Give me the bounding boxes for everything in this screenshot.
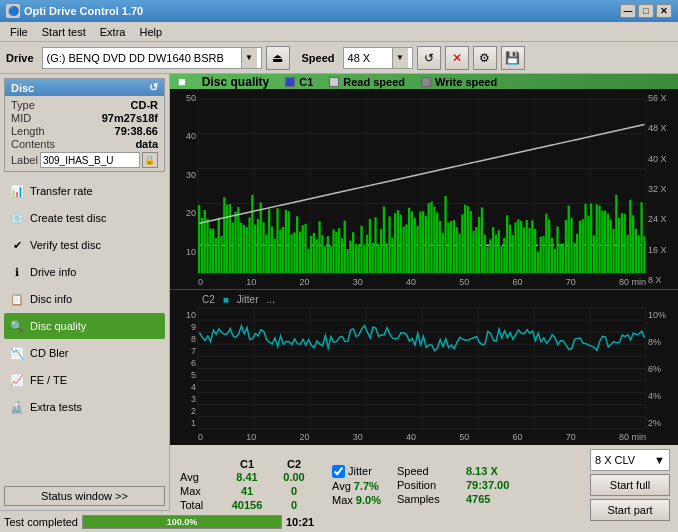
status-time: 10:21	[286, 516, 314, 528]
jitter-max-row: Max 9.0%	[332, 494, 381, 506]
progress-text: 100.0%	[167, 517, 198, 527]
nav-extra-tests-label: Extra tests	[30, 401, 82, 413]
app-icon: 🔵	[6, 4, 20, 18]
speed-label: Speed	[302, 52, 335, 64]
nav-fe-te-label: FE / TE	[30, 374, 67, 386]
options-button[interactable]: ⚙	[473, 46, 497, 70]
eject-button[interactable]: ⏏	[266, 46, 290, 70]
nav-create-test-disc[interactable]: 💿 Create test disc	[4, 205, 165, 231]
nav-extra-tests[interactable]: 🔬 Extra tests	[4, 394, 165, 420]
c2-dots: ...	[267, 294, 275, 305]
disc-quality-icon: 🔍	[10, 319, 24, 333]
menu-bar: File Start test Extra Help	[0, 22, 678, 42]
jitter-checkbox[interactable]	[332, 465, 345, 478]
app-title: Opti Drive Control 1.70	[24, 5, 143, 17]
position-stat-label: Position	[397, 479, 462, 491]
speed-clv-dropdown[interactable]: 8 X CLV ▼	[590, 449, 670, 471]
c1-y-axis-right: 56 X48 X40 X32 X24 X16 X8 X	[646, 89, 678, 289]
nav-disc-quality[interactable]: 🔍 Disc quality	[4, 313, 165, 339]
action-section: 8 X CLV ▼ Start full Start part	[590, 449, 670, 521]
start-full-button[interactable]: Start full	[590, 474, 670, 496]
jitter-avg-value: 7.7%	[354, 480, 379, 492]
read-speed-legend: Read speed	[329, 76, 405, 88]
nav-cd-bler[interactable]: 📉 CD Bler	[4, 340, 165, 366]
disc-title: Disc	[11, 82, 34, 94]
start-part-button[interactable]: Start part	[590, 499, 670, 521]
minimize-button[interactable]: —	[620, 4, 636, 18]
transfer-rate-icon: 📊	[10, 184, 24, 198]
progress-bar-fill: 100.0%	[83, 516, 281, 528]
nav-fe-te[interactable]: 📈 FE / TE	[4, 367, 165, 393]
save-button[interactable]: 💾	[501, 46, 525, 70]
menu-help[interactable]: Help	[133, 24, 168, 40]
c2-x-axis: 01020304050607080 min	[198, 432, 646, 442]
c2-square: ■	[223, 294, 229, 305]
col-header-c2: C2	[272, 458, 316, 470]
c1-x-axis: 01020304050607080 min	[198, 277, 646, 287]
disc-info: Type CD-R MID 97m27s18f Length 79:38.66 …	[5, 96, 164, 171]
maximize-button[interactable]: □	[638, 4, 654, 18]
chart-title: ■	[178, 74, 186, 89]
stats-area: C1 C2 Avg 8.41 0.00 Max 41 0 Total 40156…	[170, 444, 678, 525]
drive-value: (G:) BENQ DVD DD DW1640 BSRB	[47, 52, 224, 64]
c2-label: C2	[202, 294, 215, 305]
mid-value: 97m27s18f	[102, 112, 158, 124]
type-value: CD-R	[131, 99, 159, 111]
avg-c1: 8.41	[222, 470, 272, 484]
nav-disc-info[interactable]: 📋 Disc info	[4, 286, 165, 312]
nav-transfer-rate-label: Transfer rate	[30, 185, 93, 197]
nav-verify-test-disc[interactable]: ✔ Verify test disc	[4, 232, 165, 258]
speed-stat-label: Speed	[397, 465, 462, 477]
c1-legend-label: C1	[299, 76, 313, 88]
c1-legend: C1	[285, 76, 313, 88]
toolbar: Drive (G:) BENQ DVD DD DW1640 BSRB ▼ ⏏ S…	[0, 42, 678, 74]
c1-y-axis: 5040302010	[170, 89, 198, 289]
write-speed-legend-dot	[421, 77, 431, 87]
nav-transfer-rate[interactable]: 📊 Transfer rate	[4, 178, 165, 204]
jitter-label-text: Jitter	[348, 465, 372, 477]
nav-cd-bler-label: CD Bler	[30, 347, 69, 359]
nav-disc-quality-label: Disc quality	[30, 320, 86, 332]
nav-drive-info[interactable]: ℹ Drive info	[4, 259, 165, 285]
status-text: Test completed	[4, 516, 78, 528]
speed-position-table: Speed 8.13 X Position 79:37.00 Samples 4…	[397, 465, 536, 505]
speed-stat-value: 8.13 X	[466, 465, 536, 477]
drive-dropdown-arrow: ▼	[241, 48, 257, 68]
jitter-max-value: 9.0%	[356, 494, 381, 506]
col-header-empty	[178, 458, 222, 470]
menu-extra[interactable]: Extra	[94, 24, 132, 40]
menu-file[interactable]: File	[4, 24, 34, 40]
c2-y-axis: 10987654321	[170, 290, 198, 444]
status-window-button[interactable]: Status window >>	[4, 486, 165, 506]
disc-refresh-icon[interactable]: ↺	[149, 81, 158, 94]
clear-button[interactable]: ✕	[445, 46, 469, 70]
total-label: Total	[178, 498, 222, 512]
write-speed-legend: Write speed	[421, 76, 497, 88]
stats-table: C1 C2 Avg 8.41 0.00 Max 41 0 Total 40156…	[178, 458, 316, 512]
cd-bler-icon: 📉	[10, 346, 24, 360]
avg-c2: 0.00	[272, 470, 316, 484]
disc-panel: Disc ↺ Type CD-R MID 97m27s18f Length 79…	[4, 78, 165, 172]
c1-chart: 5040302010 56 X48 X40 X32 X24 X16 X8 X 0…	[170, 89, 678, 289]
chart-header: ■ Disc quality C1 Read speed Write speed	[170, 74, 678, 89]
c2-y-axis-right: 10%8%6%4%2%	[646, 290, 678, 444]
speed-selector[interactable]: 48 X ▼	[343, 47, 413, 69]
speed-dropdown-arrow: ▼	[392, 48, 408, 68]
refresh-button[interactable]: ↺	[417, 46, 441, 70]
menu-start-test[interactable]: Start test	[36, 24, 92, 40]
title-bar: 🔵 Opti Drive Control 1.70 — □ ✕	[0, 0, 678, 22]
contents-label: Contents	[11, 138, 55, 150]
length-value: 79:38.66	[115, 125, 158, 137]
disc-info-icon: 📋	[10, 292, 24, 306]
charts-container: 5040302010 56 X48 X40 X32 X24 X16 X8 X 0…	[170, 89, 678, 444]
jitter-avg-row: Avg 7.7%	[332, 480, 381, 492]
label-input[interactable]	[40, 152, 140, 168]
drive-selector[interactable]: (G:) BENQ DVD DD DW1640 BSRB ▼	[42, 47, 262, 69]
close-button[interactable]: ✕	[656, 4, 672, 18]
create-test-disc-icon: 💿	[10, 211, 24, 225]
disc-header: Disc ↺	[5, 79, 164, 96]
jitter-avg-label: Avg	[332, 480, 354, 492]
label-edit-button[interactable]: 🔒	[142, 152, 158, 168]
progress-bar-container: 100.0%	[82, 515, 282, 529]
read-speed-legend-dot	[329, 77, 339, 87]
